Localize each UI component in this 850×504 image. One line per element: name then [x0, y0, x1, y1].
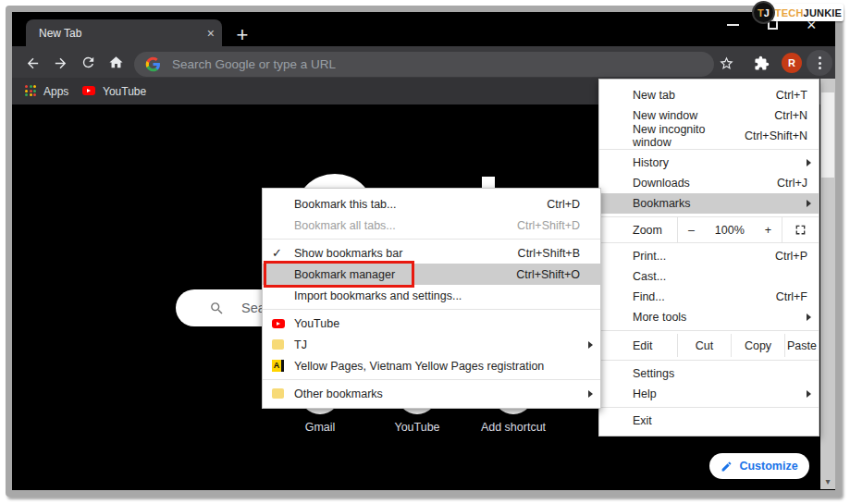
submenu-arrow-icon — [588, 341, 593, 349]
google-g-icon — [145, 56, 161, 72]
zoom-out-button[interactable]: – — [688, 224, 695, 237]
menu-separator — [599, 360, 819, 361]
bookmarks-bar-item-youtube[interactable]: YouTube — [103, 85, 146, 98]
cut-button[interactable]: Cut — [677, 334, 731, 357]
ntp-logo-fragment — [482, 177, 495, 188]
menu-item-more-tools[interactable]: More tools — [599, 307, 819, 327]
chrome-menu-button[interactable] — [807, 50, 832, 76]
submenu-item-show-bookmarks-bar[interactable]: ✓Show bookmarks barCtrl+Shift+B — [263, 242, 600, 264]
menu-item-downloads[interactable]: DownloadsCtrl+J — [599, 173, 819, 193]
zoom-value: 100% — [715, 224, 745, 237]
submenu-item-bookmark-all-tabs: Bookmark all tabs...Ctrl+Shift+D — [263, 215, 600, 236]
tab-close-icon[interactable]: × — [207, 27, 215, 40]
fullscreen-icon — [795, 224, 807, 236]
techjunkie-logo-junkie: JUNKIE — [804, 7, 843, 18]
tab-title: New Tab — [39, 27, 207, 40]
apps-grid-icon[interactable] — [25, 85, 37, 97]
menu-separator — [599, 149, 819, 150]
submenu-arrow-icon — [807, 390, 811, 398]
yellow-pages-favicon: A — [272, 360, 284, 372]
menu-item-exit[interactable]: Exit — [599, 411, 819, 431]
omnibox[interactable] — [134, 52, 714, 77]
customize-button[interactable]: Customize — [709, 453, 809, 479]
menu-item-new-incognito-window[interactable]: New incognito windowCtrl+Shift+N — [599, 126, 819, 146]
fullscreen-button[interactable] — [782, 217, 819, 242]
techjunkie-logo-tech: TECH — [775, 7, 804, 18]
youtube-favicon — [272, 319, 285, 328]
bookmarks-bar-item-apps[interactable]: Apps — [43, 85, 68, 98]
scrollbar-down-button[interactable]: ▾ — [820, 473, 835, 489]
menu-item-edit: Edit Cut Copy Paste — [599, 334, 819, 357]
submenu-item-import-bookmarks[interactable]: Import bookmarks and settings... — [263, 285, 600, 306]
shortcut-gmail-label: Gmail — [269, 421, 371, 434]
menu-item-zoom: Zoom – 100% + — [599, 216, 819, 243]
menu-separator — [263, 309, 600, 310]
new-tab-button[interactable]: + — [231, 25, 253, 47]
submenu-arrow-icon — [807, 159, 811, 166]
zoom-label: Zoom — [599, 217, 677, 242]
folder-icon — [272, 339, 284, 350]
copy-button[interactable]: Copy — [731, 334, 784, 357]
submenu-arrow-icon — [807, 200, 811, 207]
shortcut-youtube-label: YouTube — [366, 421, 468, 434]
menu-item-help[interactable]: Help — [599, 384, 819, 404]
submenu-item-bookmark-manager[interactable]: Bookmark managerCtrl+Shift+O — [263, 264, 600, 285]
zoom-in-button[interactable]: + — [765, 224, 771, 237]
youtube-favicon[interactable] — [82, 86, 95, 95]
shortcut-add-label: Add shortcut — [462, 421, 564, 434]
techjunkie-logo: TECHJUNKIE — [773, 4, 844, 21]
back-icon[interactable] — [25, 55, 41, 71]
submenu-arrow-icon — [588, 390, 593, 398]
forward-icon[interactable] — [53, 55, 68, 71]
home-icon[interactable] — [108, 55, 124, 70]
submenu-arrow-icon — [807, 313, 811, 321]
scroll-down-icon: ▾ — [825, 476, 830, 486]
menu-item-history[interactable]: History — [599, 153, 819, 173]
url-input[interactable] — [170, 56, 703, 72]
submenu-item-yellow-pages[interactable]: AYellow Pages, Vietnam Yellow Pages regi… — [263, 355, 600, 376]
menu-item-print[interactable]: Print...Ctrl+P — [599, 246, 819, 266]
minimize-icon — [727, 24, 739, 26]
submenu-item-youtube[interactable]: YouTube — [263, 313, 600, 334]
bookmark-star-icon[interactable] — [719, 55, 734, 71]
bookmarks-submenu: Bookmark this tab...Ctrl+D Bookmark all … — [262, 188, 601, 409]
menu-separator — [263, 379, 600, 380]
window-minimize-button[interactable] — [727, 24, 739, 26]
menu-separator — [599, 407, 819, 408]
browser-tab[interactable]: New Tab × — [26, 19, 222, 46]
techjunkie-logo-icon: TJ — [752, 1, 775, 24]
dots-icon — [819, 56, 821, 59]
menu-item-find[interactable]: Find...Ctrl+F — [599, 287, 819, 307]
chrome-menu: New tabCtrl+T New windowCtrl+N New incog… — [598, 79, 819, 436]
reload-icon[interactable] — [80, 55, 96, 70]
extensions-puzzle-icon[interactable] — [754, 55, 770, 71]
edit-label: Edit — [599, 334, 677, 357]
menu-item-settings[interactable]: Settings — [599, 363, 819, 384]
menu-item-bookmarks[interactable]: Bookmarks — [599, 193, 819, 214]
menu-item-cast[interactable]: Cast... — [599, 266, 819, 287]
submenu-item-bookmark-this-tab[interactable]: Bookmark this tab...Ctrl+D — [263, 193, 600, 215]
screenshot-root: { "branding": {"t": "T", "j": "J", "tech… — [0, 0, 850, 504]
check-icon: ✓ — [272, 246, 294, 260]
menu-separator — [263, 239, 600, 240]
pencil-icon — [721, 461, 733, 473]
profile-avatar[interactable]: R — [782, 53, 802, 73]
folder-icon — [272, 388, 284, 399]
submenu-item-other-bookmarks[interactable]: Other bookmarks — [263, 383, 600, 404]
search-icon — [209, 301, 225, 316]
submenu-item-tj-folder[interactable]: TJ — [263, 334, 600, 355]
paste-button[interactable]: Paste — [784, 334, 819, 357]
scrollbar-thumb[interactable] — [821, 92, 834, 178]
menu-separator — [599, 330, 819, 331]
menu-item-new-tab[interactable]: New tabCtrl+T — [599, 85, 819, 105]
